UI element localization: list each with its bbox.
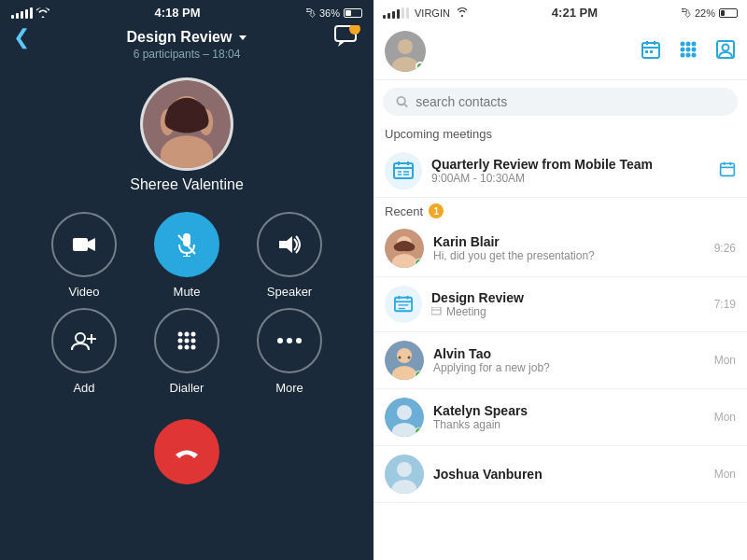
more-button[interactable]: More (243, 308, 336, 395)
chevron-down-icon (239, 35, 247, 40)
contact-info: Joshua Vanburen (433, 467, 705, 482)
right-wifi-icon (456, 7, 469, 18)
svg-point-20 (191, 332, 196, 337)
svg-point-31 (398, 39, 413, 54)
signal-icon (11, 7, 33, 19)
svg-point-19 (185, 332, 190, 337)
video-button[interactable]: Video (37, 212, 131, 299)
contact-item[interactable]: Karin Blair Hi, did you get the presenta… (374, 220, 747, 277)
battery-icon (344, 8, 362, 18)
svg-rect-37 (645, 50, 648, 53)
contact-name: Joshua Vanburen (433, 467, 705, 482)
contact-name: Karin Blair (433, 234, 705, 249)
caller-avatar (140, 77, 233, 171)
meeting-msg-icon (431, 307, 443, 316)
contact-item[interactable]: Design Review Meeting 7:19 (374, 277, 747, 332)
svg-line-51 (404, 104, 407, 106)
right-status-bar: VIRGIN 4:21 PM ⮷ 22% (374, 0, 747, 25)
contact-list: Karin Blair Hi, did you get the presenta… (374, 220, 747, 560)
dialler-circle (154, 308, 219, 373)
contact-msg: Hi, did you get the presentation? (433, 249, 705, 262)
svg-point-22 (185, 339, 190, 343)
recent-label: Recent (385, 204, 423, 218)
online-indicator (416, 62, 425, 71)
svg-point-18 (178, 332, 183, 337)
svg-point-44 (692, 47, 697, 51)
recent-badge: 1 (429, 203, 444, 218)
contact-item[interactable]: Katelyn Spears Thanks again Mon (374, 389, 747, 446)
battery-text: 36% (319, 7, 340, 19)
meeting-icon (385, 152, 422, 189)
svg-point-41 (692, 41, 697, 46)
call-controls: Video Mute (37, 212, 336, 395)
right-time: 4:21 PM (552, 6, 598, 20)
add-circle (51, 308, 117, 373)
right-battery-icon (719, 8, 738, 18)
svg-point-47 (692, 52, 697, 57)
contact-item[interactable]: Alvin Tao Applying for a new job? Mon (374, 332, 747, 389)
contact-avatar-karin (385, 229, 424, 268)
contact-time: Mon (714, 468, 736, 481)
search-input[interactable] (416, 94, 725, 109)
contact-item[interactable]: Joshua Vanburen Mon (374, 446, 747, 503)
end-call-button[interactable] (154, 419, 219, 484)
online-dot (415, 259, 423, 267)
bluetooth-icon: ⮷ (305, 7, 316, 19)
svg-point-25 (185, 345, 190, 350)
svg-point-79 (408, 357, 411, 359)
grid-icon[interactable] (678, 39, 698, 64)
contact-info: Karin Blair Hi, did you get the presenta… (433, 234, 705, 262)
right-battery-text: 22% (695, 7, 715, 19)
contact-msg: Applying for a new job? (433, 361, 705, 374)
svg-point-40 (686, 41, 691, 46)
svg-point-45 (681, 52, 685, 57)
calendar-icon[interactable] (641, 39, 661, 64)
dialler-button[interactable]: Dialler (140, 308, 233, 395)
svg-point-76 (397, 348, 412, 363)
chat-icon[interactable] (334, 25, 360, 51)
svg-point-27 (277, 338, 283, 343)
svg-point-21 (178, 339, 183, 343)
contacts-screen: VIRGIN 4:21 PM ⮷ 22% (374, 0, 747, 560)
meeting-info: Quarterly Review from Mobile Team 9:00AM… (431, 157, 710, 185)
contacts-icon[interactable] (715, 39, 736, 64)
meeting-calendar-icon (719, 161, 736, 182)
svg-rect-73 (431, 307, 441, 315)
contact-avatar-katelyn (385, 398, 424, 437)
battery-area: ⮷ 36% (305, 7, 362, 19)
svg-point-43 (686, 47, 691, 51)
contact-time: Mon (714, 411, 736, 424)
mute-circle (154, 212, 219, 277)
contact-avatar-alvin (385, 341, 424, 380)
svg-point-24 (178, 345, 183, 350)
contact-name: Katelyn Spears (433, 403, 705, 418)
add-button[interactable]: Add (37, 308, 131, 395)
signal-area (11, 7, 49, 19)
contact-msg: Meeting (431, 305, 705, 318)
left-time: 4:18 PM (154, 6, 200, 20)
video-circle (51, 212, 117, 277)
contact-msg: Thanks again (433, 418, 705, 431)
mute-button[interactable]: Mute (140, 212, 233, 299)
contact-info: Alvin Tao Applying for a new job? (433, 346, 705, 374)
right-bluetooth-icon: ⮷ (681, 7, 691, 19)
right-battery-area: ⮷ 22% (681, 7, 738, 19)
search-bar[interactable] (383, 88, 738, 116)
recent-header: Recent 1 (374, 198, 747, 220)
meeting-item[interactable]: Quarterly Review from Mobile Team 9:00AM… (374, 145, 747, 198)
svg-marker-14 (279, 236, 292, 253)
speaker-button[interactable]: Speaker (243, 212, 336, 299)
meeting-title: Quarterly Review from Mobile Team (431, 157, 710, 172)
svg-point-50 (397, 97, 404, 105)
more-circle (257, 308, 322, 373)
search-icon (396, 95, 408, 108)
call-screen: 4:18 PM ⮷ 36% ❮ Design Review 6 particip… (0, 0, 374, 560)
wifi-icon (36, 7, 49, 18)
svg-point-42 (681, 47, 685, 51)
contact-time: 7:19 (714, 298, 736, 311)
call-title: Design Review (127, 29, 247, 46)
back-button[interactable]: ❮ (13, 25, 30, 49)
contact-info: Design Review Meeting (431, 290, 705, 318)
header-action-icons (641, 39, 736, 64)
upcoming-label: Upcoming meetings (374, 123, 747, 145)
